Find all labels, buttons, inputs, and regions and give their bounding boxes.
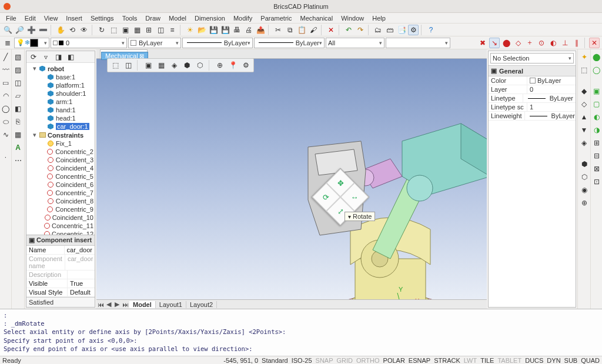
dm-a3-icon[interactable]: ◆ xyxy=(579,86,590,96)
menu-settings[interactable]: Settings xyxy=(87,14,118,22)
drawing-explorer-icon[interactable]: 🗃 xyxy=(384,25,395,35)
tree-node[interactable]: head:1 xyxy=(28,114,93,122)
copy-icon[interactable]: ⧉ xyxy=(285,25,295,35)
linetype-combo[interactable]: ByLayer▾ xyxy=(182,38,253,48)
tree-node[interactable]: arm:1 xyxy=(28,98,93,106)
paste-icon[interactable]: 📋 xyxy=(296,25,307,35)
dm-b10-icon[interactable]: ⊡ xyxy=(591,176,602,187)
status-flag-strack[interactable]: STRACK xyxy=(434,357,460,364)
tree-node[interactable]: Concentric_9 xyxy=(28,205,93,213)
tree-node[interactable]: hand:1 xyxy=(28,106,93,114)
point-icon[interactable]: · xyxy=(1,152,11,162)
dm-tool-7-icon[interactable]: ◐ xyxy=(548,38,558,48)
box-icon[interactable]: ▧ xyxy=(13,52,24,62)
redo-icon[interactable]: ↷ xyxy=(355,25,366,35)
boundary-icon[interactable]: ▱ xyxy=(13,91,24,101)
menu-model[interactable]: Model xyxy=(165,14,190,22)
dm-a8-icon[interactable]: ⬢ xyxy=(579,159,590,169)
component-row[interactable]: Visual StyleDefault xyxy=(26,288,95,297)
insert-icon[interactable]: ⎘ xyxy=(13,116,24,127)
quad-manipulator[interactable]: ✥ ↔ ⟳ ⤢ ▾ Rotate xyxy=(320,176,361,218)
viewport-icon[interactable]: ▦ xyxy=(132,25,142,35)
dm-b8-icon[interactable]: ⊟ xyxy=(591,151,602,161)
command-line[interactable]: : : _dmRotate Select axial entity or def… xyxy=(0,309,602,356)
dm-delete-icon[interactable]: ✕ xyxy=(589,38,600,48)
tree-node[interactable]: Coincident_8 xyxy=(28,197,93,205)
vp-t2-icon[interactable]: ◫ xyxy=(123,60,133,71)
dm-tool-1-icon[interactable]: ✖ xyxy=(477,38,488,48)
zoom-extents-icon[interactable]: 🔍 xyxy=(2,25,13,35)
sheet-icon[interactable]: 📑 xyxy=(396,25,407,35)
tree-node[interactable]: Concentric_11 xyxy=(28,222,93,230)
component-row[interactable]: Description xyxy=(26,271,95,279)
tree-collapse-icon[interactable]: ◧ xyxy=(65,52,76,62)
tree-node[interactable]: Concentric_12 xyxy=(28,230,93,235)
tree-node[interactable]: Concentric_2 xyxy=(28,148,93,156)
component-row[interactable]: VisibleTrue xyxy=(26,279,95,288)
layer-manager-icon[interactable]: ≣ xyxy=(2,38,13,48)
dm-b4-icon[interactable]: ▢ xyxy=(591,99,602,109)
properties-section-general[interactable]: ▣General xyxy=(489,65,576,76)
menu-view[interactable]: View xyxy=(41,14,62,22)
dm-a2-icon[interactable]: ⬚ xyxy=(579,65,590,75)
settings-icon[interactable]: ⚙ xyxy=(408,25,419,35)
zoom-in-icon[interactable]: ➕ xyxy=(26,25,36,35)
property-row[interactable]: Lineweight ByLayer xyxy=(489,112,576,121)
tiles-icon[interactable]: ⊞ xyxy=(143,25,154,35)
dm-a6-icon[interactable]: ▼ xyxy=(579,125,590,135)
component-row[interactable]: Namecar_door xyxy=(26,246,95,255)
menu-modify[interactable]: Modify xyxy=(230,14,256,22)
explorer-icon[interactable]: 🗂 xyxy=(373,25,383,35)
status-flag-dyn[interactable]: DYN xyxy=(547,357,560,364)
dm-tool-6-icon[interactable]: ⊙ xyxy=(536,38,547,48)
polyline-icon[interactable]: 〰 xyxy=(1,65,11,75)
dm-a10-icon[interactable]: ◉ xyxy=(579,185,590,195)
table-icon[interactable]: ▦ xyxy=(13,129,24,140)
window-icon[interactable]: ◫ xyxy=(155,25,166,35)
tab-next-icon[interactable]: ▶ xyxy=(113,300,121,308)
dm-a7-icon[interactable]: ◈ xyxy=(579,138,590,148)
dm-b2-icon[interactable]: ◯ xyxy=(591,65,602,75)
publish-icon[interactable]: 📤 xyxy=(255,25,266,35)
window-close-icon[interactable] xyxy=(4,3,11,10)
ellipse-icon[interactable]: ⬭ xyxy=(1,116,11,127)
dm-a11-icon[interactable]: ⊕ xyxy=(579,198,590,208)
dm-a9-icon[interactable]: ⬡ xyxy=(579,172,590,182)
block-icon[interactable]: ◧ xyxy=(13,103,24,114)
undo-icon[interactable]: ↶ xyxy=(343,25,354,35)
layout-tab-model[interactable]: Model xyxy=(129,301,156,308)
pan-icon[interactable]: ✋ xyxy=(55,25,66,35)
tree-node[interactable]: Coincident_4 xyxy=(28,164,93,172)
spline-icon[interactable]: ∿ xyxy=(1,129,11,140)
menu-tools[interactable]: Tools xyxy=(119,14,141,22)
property-row[interactable]: Linetype ByLayer xyxy=(489,94,576,103)
dm-b7-icon[interactable]: ⊞ xyxy=(591,138,602,148)
print-icon[interactable]: 🖨 xyxy=(243,25,254,35)
menu-file[interactable]: File xyxy=(2,14,20,22)
dm-tool-3-icon[interactable]: ⬤ xyxy=(501,38,511,48)
status-flag-ortho[interactable]: ORTHO xyxy=(356,357,380,364)
property-row[interactable]: Layer0 xyxy=(489,85,576,94)
tree-node[interactable]: Coincident_10 xyxy=(28,213,93,222)
layout-icon[interactable]: ▣ xyxy=(120,25,131,35)
regen-icon[interactable]: ↻ xyxy=(96,25,107,35)
tree-node[interactable]: platform:1 xyxy=(28,81,93,89)
hatch-icon[interactable]: ▨ xyxy=(13,65,24,75)
menu-mechanical[interactable]: Mechanical xyxy=(297,14,337,22)
new-icon[interactable]: ☀ xyxy=(185,25,195,35)
vp-t8-icon[interactable]: ⊕ xyxy=(215,60,225,71)
tree-expand-icon[interactable]: ◨ xyxy=(53,52,63,62)
status-flag-snap[interactable]: SNAP xyxy=(316,357,333,364)
open-icon[interactable]: 📂 xyxy=(196,25,207,35)
status-dimstyle[interactable]: ISO-25 xyxy=(292,357,312,364)
vp-t5-icon[interactable]: ◈ xyxy=(169,60,179,71)
dm-tool-4-icon[interactable]: ◇ xyxy=(513,38,523,48)
status-standard[interactable]: Standard xyxy=(262,357,288,364)
save-icon[interactable]: 💾 xyxy=(208,25,219,35)
dm-a1-icon[interactable]: ✦ xyxy=(579,52,590,62)
status-flag-polar[interactable]: POLAR xyxy=(383,357,405,364)
layout-tab-layout2[interactable]: Layout2 xyxy=(186,301,217,308)
dm-tool-2-icon[interactable]: ↘ xyxy=(489,38,500,48)
menu-help[interactable]: Help xyxy=(369,14,389,22)
more-icon[interactable]: ⋯ xyxy=(13,155,24,166)
